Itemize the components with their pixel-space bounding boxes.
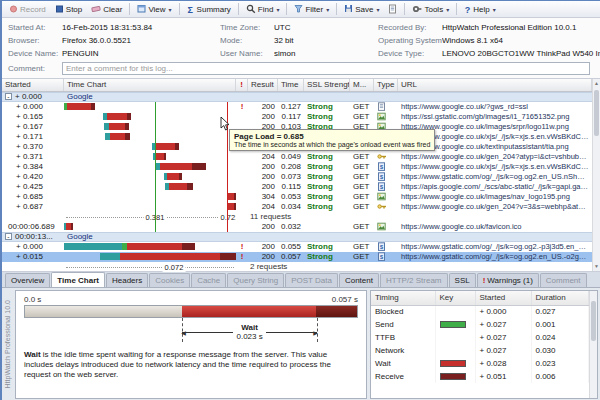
scroll-down-icon[interactable]: ▼	[593, 262, 600, 271]
page-button[interactable]	[384, 3, 401, 16]
request-row[interactable]: + 0.015!2000.057StrongGETshttps://www.gs…	[2, 252, 592, 262]
scale-start-label: 0.0 s	[24, 295, 41, 304]
tab-headers[interactable]: Headers	[106, 273, 148, 287]
page-group-row[interactable]: -00:00:13...Google	[2, 232, 592, 242]
request-row[interactable]: + 0.6853040.053StrongGEThttps://www.goog…	[2, 192, 592, 202]
save-button[interactable]: Save▾	[340, 3, 383, 15]
summary-button[interactable]: ΣSummary	[183, 3, 235, 16]
toolbar-button-label: Save	[355, 5, 373, 14]
request-row[interactable]: + 0.3842000.208StrongGETshttps://www.goo…	[2, 162, 592, 172]
timing-column-timing[interactable]: Timing	[371, 291, 435, 305]
request-time-bar	[64, 242, 236, 252]
tab-query-string[interactable]: Query String	[227, 273, 284, 287]
request-time-bar	[64, 122, 236, 132]
collapse-icon[interactable]: -	[5, 233, 12, 240]
info-label: User Name:	[220, 49, 274, 58]
http-method: GET	[350, 252, 374, 262]
comment-input[interactable]	[62, 62, 590, 75]
key-swatch	[440, 373, 466, 380]
stop-button[interactable]: Stop	[51, 3, 86, 15]
http-method: GET	[350, 122, 374, 132]
timing-row[interactable]: Wait+ 0.0280.023	[371, 357, 589, 370]
tab-overview[interactable]: Overview	[5, 273, 50, 287]
tab-content[interactable]: Content	[339, 273, 379, 287]
timing-row[interactable]: Receive+ 0.0510.006	[371, 370, 589, 383]
request-url: https://www.google.co.uk/images/srpr/log…	[398, 122, 592, 132]
warning-indicator	[236, 112, 248, 122]
info-value: simon	[274, 49, 378, 58]
tab-post-data[interactable]: POST Data	[285, 273, 338, 287]
tab-warnings-1-[interactable]: !Warnings (1)	[477, 273, 539, 287]
timing-scrollbar[interactable]	[589, 291, 597, 398]
brand-vertical-label: HttpWatch Professional 10.0	[4, 300, 11, 388]
request-row[interactable]: + 0.3702000.112StrongGEThttps://www.goog…	[2, 142, 592, 152]
column-header-time[interactable]: Time	[278, 79, 304, 91]
timing-column-key[interactable]: Key	[435, 291, 475, 305]
request-row[interactable]: + 0.000!2000.127StrongGEThttps://www.goo…	[2, 102, 592, 112]
request-row[interactable]: + 0.000!2000.055StrongGETshttps://www.gs…	[2, 242, 592, 252]
info-value: Windows 8.1 x64	[442, 36, 600, 45]
tab-time-chart[interactable]: Time Chart	[51, 272, 105, 287]
page-group-row[interactable]: -+ 0.000Google	[2, 92, 592, 102]
toolbar-separator	[404, 3, 405, 15]
requests-grid: StartedTime Chart!ResultTimeSSL Strength…	[2, 79, 600, 272]
column-header-started[interactable]: Started	[2, 79, 64, 91]
tab-comment[interactable]: Comment	[540, 273, 587, 287]
right-arrow-icon: ▶	[313, 329, 318, 336]
request-started: + 0.420	[2, 172, 64, 182]
request-row[interactable]: + 0.1652000.117StrongGEThttps://ssl.gsta…	[2, 112, 592, 122]
timing-started: + 0.000	[475, 305, 531, 318]
tab-cookies[interactable]: Cookies	[149, 273, 190, 287]
timing-column-duration[interactable]: Duration	[531, 291, 589, 305]
view-button[interactable]: View▾	[133, 3, 175, 15]
timing-row[interactable]: TTFB+ 0.0270.024	[371, 331, 589, 344]
request-row[interactable]: + 0.1712000.103StrongGETshttps://www.goo…	[2, 132, 592, 142]
timing-scrollbar-thumb[interactable]	[591, 301, 596, 341]
bar-segment	[164, 153, 166, 160]
grid-scrollbar[interactable]: ▲ ▼	[592, 79, 600, 271]
request-time: 0.117	[278, 112, 304, 122]
column-header-ssl[interactable]: SSL Strength	[304, 79, 350, 91]
summary-markers: 0.072	[64, 262, 236, 272]
collapse-icon[interactable]: -	[5, 93, 12, 100]
scroll-up-icon[interactable]: ▲	[593, 79, 600, 88]
http-method: GET	[350, 102, 374, 112]
timing-row[interactable]: Network+ 0.0270.030	[371, 344, 589, 357]
find-button[interactable]: Find▾	[242, 3, 284, 15]
request-row[interactable]: 00:00:06.6892000.032GEThttps://www.googl…	[2, 222, 592, 232]
column-header-result[interactable]: Result	[248, 79, 278, 91]
result-code: 200	[248, 182, 278, 192]
scrollbar-thumb[interactable]	[594, 90, 599, 136]
info-label: Device Name:	[8, 49, 62, 58]
tab-cache[interactable]: Cache	[191, 273, 226, 287]
request-row[interactable]: + 0.3712040.049StrongGEThttps://www.goog…	[2, 152, 592, 162]
script-icon: s	[374, 162, 398, 172]
request-row[interactable]: + 0.4252000.115StrongGETshttps://apis.go…	[2, 182, 592, 192]
column-header-timechart[interactable]: Time Chart	[64, 79, 236, 91]
clear-button[interactable]: Clear	[87, 3, 126, 15]
request-row[interactable]: + 0.1672000.103StrongGEThttps://www.goog…	[2, 122, 592, 132]
column-header-warning[interactable]: !	[236, 79, 248, 91]
toolbar-button-label: Find	[258, 5, 274, 14]
timing-duration: 0.027	[531, 305, 589, 318]
timing-row[interactable]: Blocked+ 0.0000.027	[371, 305, 589, 318]
column-header-method[interactable]: M...	[350, 79, 374, 91]
request-row[interactable]: + 0.6872040.034StrongGEThttps://www.goog…	[2, 202, 592, 212]
column-header-url[interactable]: URL	[398, 79, 592, 91]
tab-http-2-stream[interactable]: HTTP/2 Stream	[380, 273, 448, 287]
filter-button[interactable]: Filter▾	[290, 3, 333, 15]
record-button[interactable]: Record	[5, 3, 50, 15]
timing-column-started[interactable]: Started	[475, 291, 531, 305]
http-method: GET	[350, 202, 374, 212]
tab-label: Cache	[197, 276, 220, 285]
request-url: https://www.google.co.uk/gen_204?v=3&s=w…	[398, 202, 592, 212]
group-started-label: + 0.000	[15, 92, 42, 101]
toolbar-button-label: Stop	[66, 5, 82, 14]
timing-row[interactable]: Send+ 0.0270.001	[371, 318, 589, 331]
tools-button[interactable]: Tools▾	[408, 3, 453, 15]
request-row[interactable]: + 0.4202000.073StrongGETshttps://www.gst…	[2, 172, 592, 182]
help-button[interactable]: ?Help▾	[460, 3, 499, 16]
column-header-type[interactable]: Type	[374, 79, 398, 91]
timing-key	[435, 357, 475, 370]
tab-ssl[interactable]: SSL	[449, 273, 476, 287]
